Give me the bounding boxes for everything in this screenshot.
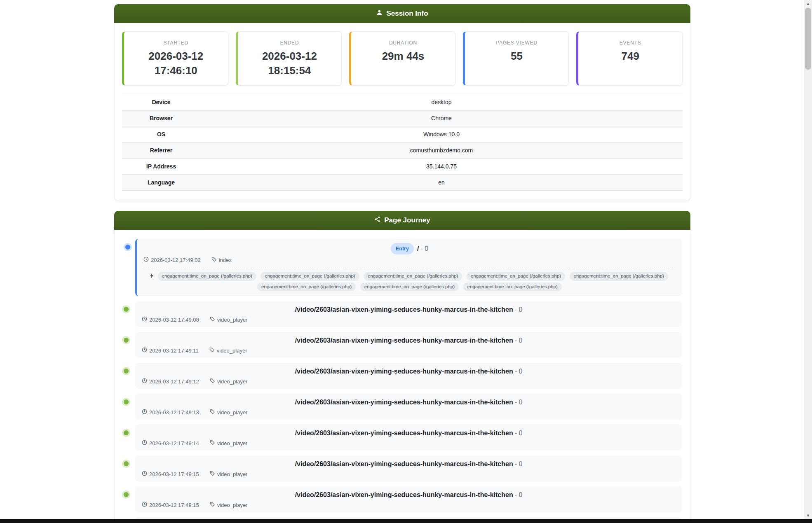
timeline-dot [124,430,129,435]
tag-icon [209,347,215,354]
event-badge: engagement:time_on_page (/galleries.php) [360,283,459,292]
entry-meta: 2026-03-12 17:49:02 index [143,257,676,263]
session-info-title: Session Info [386,9,428,18]
entry-time-text: 2026-03-12 17:49:13 [149,409,199,416]
clock-icon [142,316,147,323]
timeline-dot [124,307,129,312]
detail-value: Chrome [200,110,683,126]
stat-label: STARTED [127,40,225,46]
detail-label: Device [122,94,200,110]
stat-value: 55 [467,49,566,63]
timeline-dot [124,461,129,466]
table-row: Browser Chrome [122,110,683,126]
entry-page-type: index [211,257,232,263]
entry-events: engagement:time_on_page (/galleries.php)… [143,267,676,292]
entry-meta: 2026-03-12 17:49:12 video_player [142,378,676,385]
page-journey-card: Page Journey Entry/- 0 2026-03-12 17:49:… [114,211,690,523]
tag-icon [210,471,215,477]
entry-path: /video/2603/asian-vixen-yiming-seduces-h… [295,337,513,344]
entry-path: /video/2603/asian-vixen-yiming-seduces-h… [295,491,513,498]
entry-suffix: - 0 [515,399,523,406]
entry-page-type-text: video_player [217,502,248,508]
entry-time-text: 2026-03-12 17:49:15 [149,471,199,477]
tag-icon [210,440,215,446]
entry-page-type-text: video_player [217,317,248,323]
event-badge: engagement:time_on_page (/galleries.php) [463,283,562,292]
detail-label: OS [122,126,200,142]
analytics-page: Session Info STARTED 2026-03-12 17:46:10… [114,0,690,523]
event-badge: engagement:time_on_page (/galleries.php) [260,272,359,281]
entry-timestamp: 2026-03-12 17:49:15 [142,471,199,477]
entry-path: /video/2603/asian-vixen-yiming-seduces-h… [295,306,513,313]
entry-page-type-text: video_player [217,440,248,446]
clock-icon [142,347,147,354]
event-badge: engagement:time_on_page (/galleries.php) [257,283,356,292]
entry-page-type: video_player [210,378,248,385]
entry-time-text: 2026-03-12 17:49:15 [149,502,199,508]
event-badge: engagement:time_on_page (/galleries.php) [570,272,668,281]
entry-suffix: - 0 [515,337,523,344]
user-icon [376,9,383,18]
entry-suffix: - 0 [515,306,523,313]
timeline-dot [124,399,129,404]
timeline-dot [125,245,130,250]
stat-card: DURATION 29m 44s [349,31,455,86]
entry-title: /video/2603/asian-vixen-yiming-seduces-h… [142,367,676,376]
scrollbar-up-arrow[interactable]: ▲ [804,0,812,7]
entry-page-type: video_player [210,502,248,508]
stat-label: DURATION [354,40,453,46]
clock-icon [142,378,147,385]
scrollbar-thumb[interactable] [805,8,811,70]
bottom-edge-bar [0,519,812,523]
tag-icon [210,502,215,508]
stat-value: 2026-03-12 18:15:54 [240,49,339,78]
tag-icon [210,378,215,385]
detail-label: Language [122,175,200,191]
entry-page-type: video_player [210,471,248,477]
entry-meta: 2026-03-12 17:49:15 video_player [142,502,676,508]
journey-entry: /video/2603/asian-vixen-yiming-seduces-h… [135,486,682,512]
journey-entry: /video/2603/asian-vixen-yiming-seduces-h… [135,425,682,451]
journey-entry: /video/2603/asian-vixen-yiming-seduces-h… [135,394,682,420]
entry-meta: 2026-03-12 17:49:11 video_player [142,347,676,354]
journey-timeline: Entry/- 0 2026-03-12 17:49:02 [114,230,690,523]
entry-suffix: - 0 [515,368,523,375]
detail-value: 35.144.0.75 [200,159,683,175]
scrollbar-down-arrow[interactable]: ▼ [804,512,812,519]
entry-page-type: video_player [210,316,248,323]
entry-path: /video/2603/asian-vixen-yiming-seduces-h… [295,399,513,406]
stat-card: EVENTS 749 [576,31,683,86]
entry-title: /video/2603/asian-vixen-yiming-seduces-h… [142,336,676,345]
entry-time-text: 2026-03-12 17:49:11 [149,348,199,354]
share-nodes-icon [374,216,380,224]
journey-entry: Entry/- 0 2026-03-12 17:49:02 [135,239,682,296]
lightning-icon [150,273,154,280]
entry-page-type: video_player [209,347,247,354]
vertical-scrollbar[interactable]: ▲ ▼ [804,0,812,523]
stat-value: 2026-03-12 17:46:10 [127,49,225,78]
stat-value: 29m 44s [354,49,453,63]
detail-value: desktop [200,94,683,110]
table-row: Referrer comusthumbzdemo.com [122,142,683,159]
detail-label: Referrer [122,142,200,159]
stat-label: PAGES VIEWED [467,40,566,46]
entry-timestamp: 2026-03-12 17:49:14 [142,440,199,446]
entry-time-text: 2026-03-12 17:49:12 [149,378,199,385]
table-row: Language en [122,175,683,191]
entry-page-type-text: video_player [217,409,248,416]
entry-page-type-text: video_player [217,378,248,385]
clock-icon [142,409,147,416]
event-badge: engagement:time_on_page (/galleries.php) [364,272,462,281]
timeline-dot [124,369,129,374]
entry-time-text: 2026-03-12 17:49:08 [149,317,199,323]
table-row: Device desktop [122,94,683,110]
tag-icon [211,257,217,263]
clock-icon [142,471,147,477]
entry-type-badge: Entry [391,243,414,254]
entry-title: /video/2603/asian-vixen-yiming-seduces-h… [142,490,676,500]
stat-value: 749 [581,49,680,63]
detail-value: Windows 10.0 [200,126,683,142]
entry-path: /video/2603/asian-vixen-yiming-seduces-h… [295,430,513,437]
session-stats-row: STARTED 2026-03-12 17:46:10 ENDED 2026-0… [115,23,690,88]
clock-icon [142,502,147,508]
